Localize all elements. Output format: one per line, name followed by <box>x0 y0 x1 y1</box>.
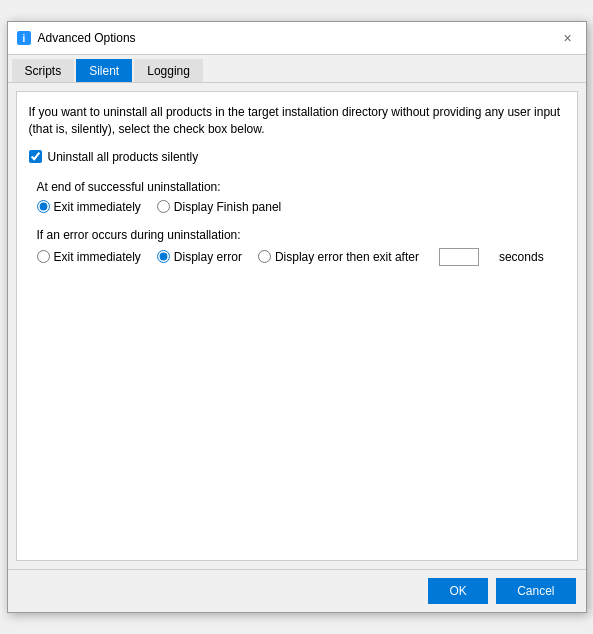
exit-immediately-error-option[interactable]: Exit immediately <box>37 250 141 264</box>
ok-button[interactable]: OK <box>428 578 488 604</box>
svg-text:i: i <box>22 33 25 44</box>
silent-checkbox-label[interactable]: Uninstall all products silently <box>48 150 199 164</box>
cancel-button[interactable]: Cancel <box>496 578 575 604</box>
display-finish-panel-option[interactable]: Display Finish panel <box>157 200 281 214</box>
dialog-icon: i <box>16 30 32 46</box>
error-radio-row: Exit immediately Display error Display e… <box>37 248 565 266</box>
exit-immediately-error-radio[interactable] <box>37 250 50 263</box>
display-error-then-exit-option[interactable]: Display error then exit after <box>258 250 419 264</box>
error-section: If an error occurs during uninstallation… <box>29 228 565 266</box>
dialog-title: Advanced Options <box>38 31 558 45</box>
display-error-label: Display error <box>174 250 242 264</box>
seconds-input[interactable] <box>439 248 479 266</box>
silent-checkbox[interactable] <box>29 150 42 163</box>
content-area: If you want to uninstall all products in… <box>16 91 578 561</box>
close-button[interactable]: × <box>558 28 578 48</box>
display-finish-panel-radio[interactable] <box>157 200 170 213</box>
exit-immediately-success-option[interactable]: Exit immediately <box>37 200 141 214</box>
info-text: If you want to uninstall all products in… <box>29 104 565 138</box>
success-section-title: At end of successful uninstallation: <box>37 180 565 194</box>
advanced-options-dialog: i Advanced Options × Scripts Silent Logg… <box>7 21 587 613</box>
exit-immediately-success-radio[interactable] <box>37 200 50 213</box>
tab-silent[interactable]: Silent <box>76 59 132 82</box>
display-error-option[interactable]: Display error <box>157 250 242 264</box>
tabs-container: Scripts Silent Logging <box>8 55 586 83</box>
success-section: At end of successful uninstallation: Exi… <box>29 180 565 214</box>
title-bar: i Advanced Options × <box>8 22 586 55</box>
display-finish-panel-label: Display Finish panel <box>174 200 281 214</box>
tab-logging[interactable]: Logging <box>134 59 203 82</box>
silent-checkbox-row: Uninstall all products silently <box>29 150 565 164</box>
display-error-then-exit-radio[interactable] <box>258 250 271 263</box>
seconds-label: seconds <box>499 250 544 264</box>
exit-immediately-success-label: Exit immediately <box>54 200 141 214</box>
success-radio-row: Exit immediately Display Finish panel <box>37 200 565 214</box>
error-section-title: If an error occurs during uninstallation… <box>37 228 565 242</box>
footer: OK Cancel <box>8 569 586 612</box>
tab-scripts[interactable]: Scripts <box>12 59 75 82</box>
exit-immediately-error-label: Exit immediately <box>54 250 141 264</box>
display-error-then-exit-label: Display error then exit after <box>275 250 419 264</box>
display-error-radio[interactable] <box>157 250 170 263</box>
